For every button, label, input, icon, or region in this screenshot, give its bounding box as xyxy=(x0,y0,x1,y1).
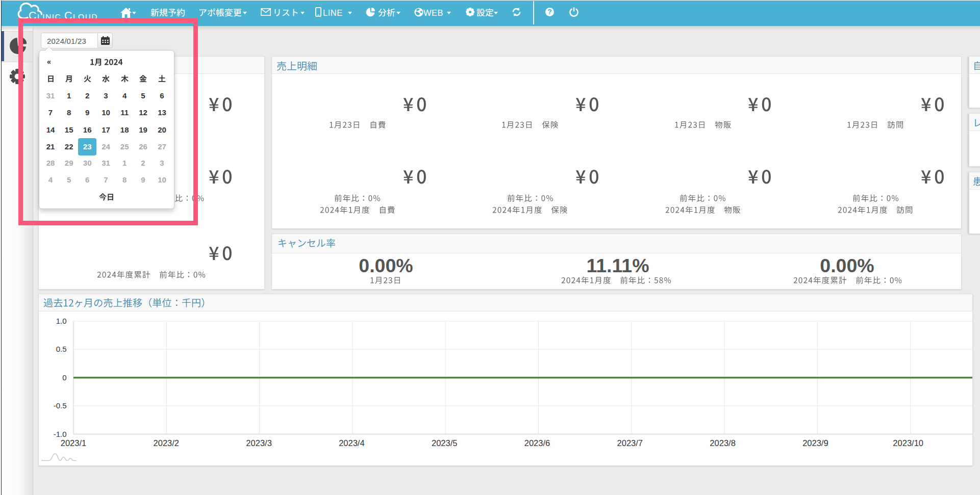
svg-text:?: ? xyxy=(547,8,552,16)
